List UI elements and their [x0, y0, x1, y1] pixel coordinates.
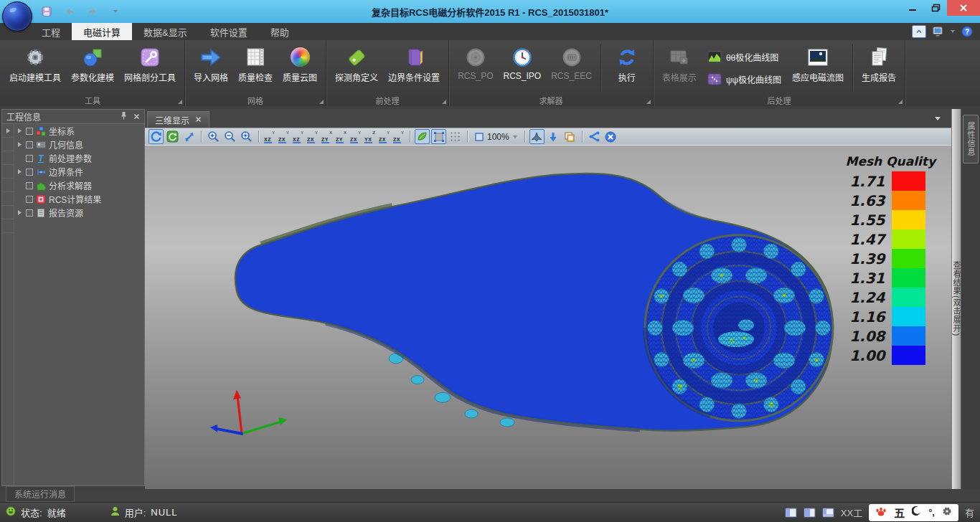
tree-checkbox[interactable]: [26, 141, 33, 148]
system-messages-tab[interactable]: 系统运行消息: [6, 486, 75, 502]
layout-split-button[interactable]: [804, 508, 816, 518]
close-panel-icon[interactable]: [133, 112, 140, 122]
tree-checkbox[interactable]: [26, 128, 33, 135]
tree-item[interactable]: 几何信息: [14, 138, 144, 151]
shaded-view-button[interactable]: [415, 129, 430, 144]
ribbon-button[interactable]: 质量云图: [278, 42, 322, 94]
help-button[interactable]: ?: [961, 26, 973, 37]
close-view-button[interactable]: [603, 129, 618, 144]
points-view-button[interactable]: [448, 129, 463, 144]
menu-tab[interactable]: 数据&显示: [132, 23, 199, 40]
qat-dropdown-icon[interactable]: [108, 4, 123, 19]
ime-punctuation-toggle[interactable]: °,: [928, 508, 935, 517]
layout-bottom-button[interactable]: [822, 508, 834, 518]
zoom-level-control[interactable]: 100%: [472, 132, 520, 142]
dialog-launcher-icon[interactable]: [646, 100, 651, 104]
expander-icon[interactable]: [17, 128, 23, 134]
flat-view-button[interactable]: [431, 129, 446, 144]
ribbon-button[interactable]: 生成报告: [857, 42, 901, 94]
pan-view-button[interactable]: [182, 129, 197, 144]
ribbon-button[interactable]: 网格剖分工具: [119, 42, 181, 94]
view-orientation-button-1[interactable]: xzy: [263, 130, 276, 143]
ribbon-button[interactable]: 执行: [605, 42, 649, 94]
ime-moon-icon[interactable]: [912, 506, 921, 518]
tree-checkbox[interactable]: [26, 196, 33, 203]
dialog-launcher-icon[interactable]: [178, 100, 182, 104]
ime-mode-label[interactable]: 五: [894, 505, 905, 520]
view-orientation-button-6[interactable]: zyx: [335, 130, 348, 143]
tree-item[interactable]: 分析求解器: [14, 179, 144, 192]
orbit-view-button[interactable]: [165, 129, 180, 144]
redo-button[interactable]: [85, 4, 100, 19]
tree-item[interactable]: 边界条件: [14, 165, 144, 179]
menu-tab[interactable]: 电磁计算: [72, 23, 132, 40]
share-view-button[interactable]: [587, 129, 602, 144]
view-orientation-button-10[interactable]: zxy: [392, 130, 405, 143]
ribbon-button[interactable]: 质量检查: [233, 42, 278, 94]
ribbon-button[interactable]: 参数化建模: [66, 42, 119, 94]
ribbon-button[interactable]: θθ极化曲线图: [705, 50, 783, 64]
view-tab-close-icon[interactable]: [195, 115, 202, 125]
dialog-launcher-icon[interactable]: [319, 100, 324, 104]
zoom-extents-button[interactable]: [239, 129, 254, 144]
ribbon-divider: [600, 44, 601, 92]
tree-guide-cell: [2, 151, 14, 165]
layout-left-panel-button[interactable]: [785, 508, 797, 518]
property-info-tab[interactable]: 属性信息: [963, 115, 979, 163]
minimize-button[interactable]: [901, 0, 924, 16]
view-orientation-button-3[interactable]: xzy: [292, 130, 305, 143]
tree-item[interactable]: RCS计算结果: [14, 192, 144, 206]
view-orientation-button-8[interactable]: yxz: [364, 130, 377, 143]
tree-item[interactable]: 坐标系: [14, 124, 144, 138]
tree-checkbox[interactable]: [26, 169, 33, 176]
tree-checkbox[interactable]: [26, 209, 33, 217]
ribbon-button[interactable]: 启动建模工具: [4, 42, 66, 94]
ribbon-button[interactable]: 边界条件设置: [383, 42, 445, 94]
boundary-condition-icon: [403, 47, 425, 68]
undo-button[interactable]: [62, 4, 77, 19]
display-mode-button[interactable]: [932, 27, 944, 37]
rotate-view-button[interactable]: [149, 129, 164, 144]
zoom-out-button[interactable]: [222, 129, 237, 144]
tabbar-dropdown-icon[interactable]: [934, 113, 941, 123]
model-display-button[interactable]: [529, 129, 545, 144]
tree-checkbox[interactable]: [26, 182, 33, 189]
tree-item[interactable]: T前处理参数: [14, 151, 144, 165]
app-logo-icon[interactable]: [2, 1, 32, 32]
tree-item[interactable]: 报告资源: [14, 206, 144, 219]
expander-icon[interactable]: [17, 169, 23, 175]
ribbon-button[interactable]: 探测角定义: [330, 42, 383, 94]
menu-tab[interactable]: 帮助: [259, 23, 301, 40]
save-button[interactable]: [39, 4, 55, 19]
ribbon-button[interactable]: ψψ极化曲线图: [705, 72, 783, 86]
view-orientation-button-4[interactable]: zxy: [306, 130, 319, 143]
import-result-button[interactable]: [546, 129, 561, 144]
ime-toolbar[interactable]: 五 °,: [869, 504, 958, 521]
close-button[interactable]: [947, 0, 980, 16]
expander-icon[interactable]: [17, 141, 23, 148]
copy-view-button[interactable]: [562, 129, 578, 144]
view-orientation-button-2[interactable]: zxy: [278, 130, 291, 143]
collapse-ribbon-button[interactable]: [912, 25, 926, 38]
view-orientation-button-5[interactable]: zyx: [321, 130, 334, 143]
dialog-launcher-icon[interactable]: [898, 100, 903, 104]
ribbon-button[interactable]: 导入网格: [189, 42, 233, 94]
ime-logo-icon[interactable]: [875, 506, 887, 519]
view-orientation-button-7[interactable]: zxy: [349, 130, 362, 143]
menu-tab[interactable]: 工程: [30, 23, 72, 40]
menu-tab[interactable]: 软件设置: [199, 23, 259, 40]
ribbon-button[interactable]: 感应电磁流图: [787, 42, 849, 94]
ime-settings-gear-icon[interactable]: [942, 506, 952, 518]
dialog-launcher-icon[interactable]: [442, 100, 446, 104]
view-orientation-button-9[interactable]: zxy: [378, 130, 391, 143]
expander-icon[interactable]: [17, 209, 23, 216]
zoom-in-button[interactable]: [206, 129, 221, 144]
ribbon-button[interactable]: RCS_IPO: [498, 42, 546, 94]
display-mode-caret-icon[interactable]: [950, 29, 956, 34]
pin-icon[interactable]: [121, 111, 127, 122]
viewport-3d[interactable]: Mesh Quality 1.711.631.551.471.391.311.2…: [145, 146, 951, 489]
results-strip[interactable]: 查看结果(双击展开): [951, 109, 961, 489]
tree-checkbox[interactable]: [26, 155, 33, 162]
maximize-button[interactable]: [924, 0, 947, 16]
view-tab[interactable]: 三维显示: [147, 111, 209, 128]
